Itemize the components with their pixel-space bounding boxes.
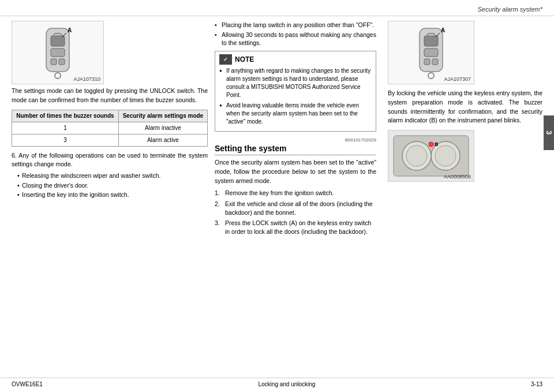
note-header: ✓ NOTE	[219, 54, 372, 65]
svg-point-22	[435, 145, 456, 166]
right-column: A AJA107307 By locking the vehicle using…	[383, 21, 542, 238]
steps-list: 1. Remove the key from the ignition swit…	[215, 189, 376, 236]
svg-rect-14	[432, 59, 438, 65]
svg-rect-13	[424, 59, 430, 65]
table-col2-header: Security alarm settings mode	[118, 110, 207, 122]
bullet-items-container: Placing the lamp switch in any position …	[215, 21, 376, 47]
middle-column: Placing the lamp switch in any position …	[215, 21, 376, 238]
key-fob-svg-left: A	[38, 25, 78, 80]
settings-mode-text: The settings mode can be toggled by pres…	[12, 87, 208, 105]
key-fob-image-left: A AJA107310	[12, 21, 104, 84]
section-code: B00101702029	[215, 137, 376, 143]
bullet-item: Allowing 30 seconds to pass without maki…	[215, 31, 376, 47]
svg-text:A: A	[441, 27, 445, 33]
svg-rect-12	[424, 48, 438, 57]
table-row: 3	[12, 134, 119, 146]
item6-text: 6. Any of the following operations can b…	[12, 151, 208, 170]
key-fob-svg-right: A	[411, 25, 451, 80]
operations-text: 6. Any of the following operations can b…	[12, 151, 208, 200]
list-item: 2. Exit the vehicle and close all of the…	[215, 200, 376, 216]
bullet-item: Placing the lamp switch in any position …	[215, 21, 376, 29]
page-footer: OVWE16E1 Locking and unlocking 3-13	[0, 378, 554, 387]
svg-rect-10	[424, 36, 438, 46]
svg-point-20	[406, 145, 427, 166]
note-item: Avoid leaving valuable items inside the …	[219, 102, 372, 126]
section-intro-text: Once the security alarm system has been …	[215, 158, 376, 185]
svg-point-15	[428, 73, 434, 79]
footer-chapter-title: Locking and unlocking	[258, 381, 315, 387]
table-col1-header: Number of times the buzzer sounds	[12, 110, 119, 122]
right-description-text: By locking the vehicle using the keyless…	[388, 89, 542, 125]
table-row: 1	[12, 122, 119, 134]
svg-point-6	[55, 73, 61, 79]
dashboard-image: B AA0008506	[388, 130, 474, 182]
svg-rect-5	[59, 59, 65, 65]
note-title: NOTE	[235, 55, 254, 64]
table-row: Alarm inactive	[118, 122, 207, 134]
left-image-label: AJA107310	[73, 76, 100, 82]
table-row: Alarm active	[118, 134, 207, 146]
note-items: If anything with regard to making change…	[219, 67, 372, 126]
svg-rect-3	[51, 48, 65, 57]
svg-rect-1	[51, 36, 65, 46]
page-header-title: Security alarm system*	[478, 6, 542, 13]
list-item: Closing the driver's door.	[17, 181, 208, 190]
buzzer-table: Number of times the buzzer sounds Securi…	[12, 110, 208, 147]
list-item: Inserting the key into the ignition swit…	[17, 191, 208, 199]
chapter-tab: 3	[544, 115, 554, 150]
note-box: ✓ NOTE If anything with regard to making…	[215, 51, 376, 132]
dashboard-svg: B	[391, 133, 471, 179]
footer-doc-code: OVWE16E1	[12, 381, 43, 387]
svg-text:B: B	[435, 141, 439, 147]
dashboard-image-label: AA0008506	[444, 174, 471, 180]
operations-list: Releasing the windscreen wiper and washe…	[12, 171, 208, 199]
list-item: Releasing the windscreen wiper and washe…	[17, 171, 208, 180]
list-item: 3. Press the LOCK switch (A) on the keyl…	[215, 219, 376, 236]
right-image-label: AJA107307	[444, 76, 471, 82]
note-icon: ✓	[219, 54, 232, 65]
key-fob-image-right: A AJA107307	[388, 21, 474, 84]
list-item: 1. Remove the key from the ignition swit…	[215, 189, 376, 197]
page-header: Security alarm system*	[0, 6, 554, 16]
page-container: Security alarm system* 3	[0, 0, 554, 392]
svg-text:A: A	[68, 27, 72, 33]
footer-page-number: 3-13	[531, 381, 542, 387]
section-title: Setting the system	[215, 144, 376, 155]
main-content: A AJA107310 The settings mode can be tog…	[0, 21, 554, 238]
note-item: If anything with regard to making change…	[219, 67, 372, 99]
left-column: A AJA107310 The settings mode can be tog…	[12, 21, 208, 238]
svg-rect-4	[51, 59, 57, 65]
svg-point-23	[429, 142, 433, 147]
